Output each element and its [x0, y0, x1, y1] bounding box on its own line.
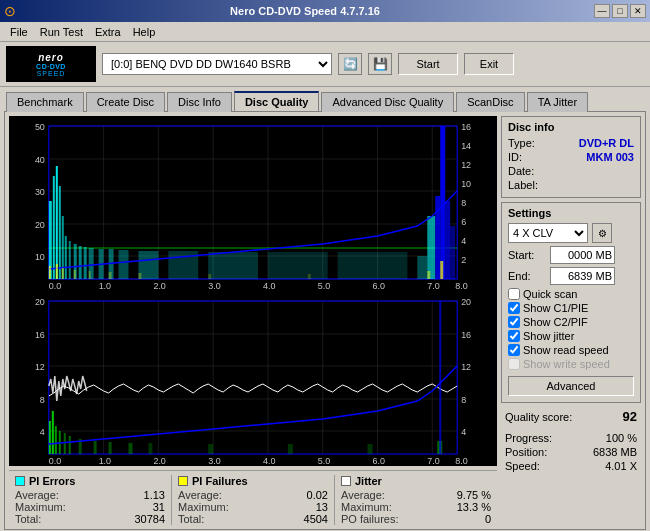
tab-bar: Benchmark Create Disc Disc Info Disc Qua…	[0, 87, 650, 111]
svg-rect-69	[138, 273, 141, 279]
id-label: ID:	[508, 151, 522, 163]
position-value: 6838 MB	[593, 446, 637, 458]
pi-errors-max: Maximum: 31	[15, 501, 165, 513]
svg-rect-62	[450, 226, 455, 279]
jitter-stats: Jitter Average: 9.75 % Maximum: 13.3 % P…	[335, 475, 497, 525]
disc-info-box: Disc info Type: DVD+R DL ID: MKM 003 Dat…	[501, 116, 641, 198]
show-jitter-checkbox[interactable]	[508, 330, 520, 342]
id-value: MKM 003	[586, 151, 634, 163]
pi-errors-total: Total: 30784	[15, 513, 165, 525]
jitter-avg: Average: 9.75 %	[341, 489, 491, 501]
pi-failures-title: PI Failures	[178, 475, 328, 487]
end-setting-row: End:	[508, 267, 634, 285]
drive-select[interactable]: [0:0] BENQ DVD DD DW1640 BSRB	[102, 53, 332, 75]
minimize-button[interactable]: —	[594, 4, 610, 18]
label-label: Label:	[508, 179, 538, 191]
svg-rect-43	[65, 236, 67, 279]
svg-text:16: 16	[461, 330, 471, 340]
show-c1pie-label: Show C1/PIE	[523, 302, 588, 314]
svg-text:4.0: 4.0	[263, 456, 275, 466]
menu-help[interactable]: Help	[127, 24, 162, 40]
svg-rect-115	[109, 442, 112, 454]
svg-text:12: 12	[461, 362, 471, 372]
top-chart: 50 40 30 20 10 16 14 12 10 8 6 4 2 0.0 1…	[9, 116, 497, 291]
pi-errors-avg: Average: 1.13	[15, 489, 165, 501]
end-input[interactable]	[550, 267, 615, 285]
quick-scan-checkbox[interactable]	[508, 288, 520, 300]
svg-text:20: 20	[461, 297, 471, 307]
svg-text:4: 4	[40, 427, 45, 437]
start-input[interactable]	[550, 246, 615, 264]
tab-scandisc[interactable]: ScanDisc	[456, 92, 524, 112]
pi-failures-max: Maximum: 13	[178, 501, 328, 513]
show-c1pie-row: Show C1/PIE	[508, 302, 634, 314]
svg-rect-66	[74, 270, 76, 279]
svg-rect-112	[69, 436, 71, 454]
svg-rect-118	[208, 444, 213, 454]
svg-text:20: 20	[35, 297, 45, 307]
svg-rect-57	[417, 256, 427, 279]
svg-text:8: 8	[461, 198, 466, 208]
svg-text:14: 14	[461, 141, 471, 151]
svg-text:30: 30	[35, 187, 45, 197]
progress-label: Progress:	[505, 432, 552, 444]
show-jitter-label: Show jitter	[523, 330, 574, 342]
svg-text:20: 20	[35, 220, 45, 230]
show-read-speed-checkbox[interactable]	[508, 344, 520, 356]
svg-text:12: 12	[35, 362, 45, 372]
save-button[interactable]: 💾	[368, 53, 392, 75]
progress-value: 100 %	[606, 432, 637, 444]
progress-box: Progress: 100 % Position: 6838 MB Speed:…	[501, 430, 641, 476]
svg-rect-58	[427, 216, 435, 279]
exit-button[interactable]: Exit	[464, 53, 514, 75]
show-c2pif-checkbox[interactable]	[508, 316, 520, 328]
titlebar: ⊙ Nero CD-DVD Speed 4.7.7.16 — □ ✕	[0, 0, 650, 22]
menu-run-test[interactable]: Run Test	[34, 24, 89, 40]
speed-select[interactable]: 4 X CLV	[508, 223, 588, 243]
start-button[interactable]: Start	[398, 53, 458, 75]
menu-file[interactable]: File	[4, 24, 34, 40]
tab-disc-info[interactable]: Disc Info	[167, 92, 232, 112]
close-button[interactable]: ✕	[630, 4, 646, 18]
jitter-color	[341, 476, 351, 486]
svg-rect-119	[288, 444, 293, 454]
svg-text:40: 40	[35, 155, 45, 165]
position-row: Position: 6838 MB	[505, 446, 637, 458]
svg-rect-109	[55, 426, 57, 454]
tab-benchmark[interactable]: Benchmark	[6, 92, 84, 112]
tab-advanced-disc-quality[interactable]: Advanced Disc Quality	[321, 92, 454, 112]
advanced-button[interactable]: Advanced	[508, 376, 634, 396]
svg-text:6: 6	[461, 217, 466, 227]
svg-text:16: 16	[461, 122, 471, 132]
speed-label: Speed:	[505, 460, 540, 472]
date-label: Date:	[508, 165, 534, 177]
svg-rect-67	[89, 271, 91, 279]
svg-text:2.0: 2.0	[153, 281, 165, 291]
refresh-button[interactable]: 🔄	[338, 53, 362, 75]
tab-create-disc[interactable]: Create Disc	[86, 92, 165, 112]
svg-rect-71	[308, 274, 311, 279]
titlebar-controls: — □ ✕	[594, 4, 646, 18]
svg-rect-68	[109, 272, 112, 279]
maximize-button[interactable]: □	[612, 4, 628, 18]
disc-type-row: Type: DVD+R DL	[508, 137, 634, 149]
type-label: Type:	[508, 137, 535, 149]
svg-rect-54	[208, 252, 258, 279]
quick-scan-row: Quick scan	[508, 288, 634, 300]
svg-text:0.0: 0.0	[49, 281, 61, 291]
menu-extra[interactable]: Extra	[89, 24, 127, 40]
svg-rect-111	[64, 433, 66, 454]
start-setting-row: Start:	[508, 246, 634, 264]
start-label: Start:	[508, 249, 546, 261]
svg-rect-108	[52, 411, 54, 454]
svg-text:6.0: 6.0	[373, 281, 385, 291]
show-write-speed-checkbox	[508, 358, 520, 370]
svg-rect-114	[94, 441, 97, 454]
show-c1pie-checkbox[interactable]	[508, 302, 520, 314]
tab-ta-jitter[interactable]: TA Jitter	[527, 92, 589, 112]
settings-icon-btn[interactable]: ⚙	[592, 223, 612, 243]
menubar: File Run Test Extra Help	[0, 22, 650, 42]
tab-disc-quality[interactable]: Disc Quality	[234, 91, 320, 111]
svg-rect-44	[69, 241, 71, 279]
svg-text:16: 16	[35, 330, 45, 340]
